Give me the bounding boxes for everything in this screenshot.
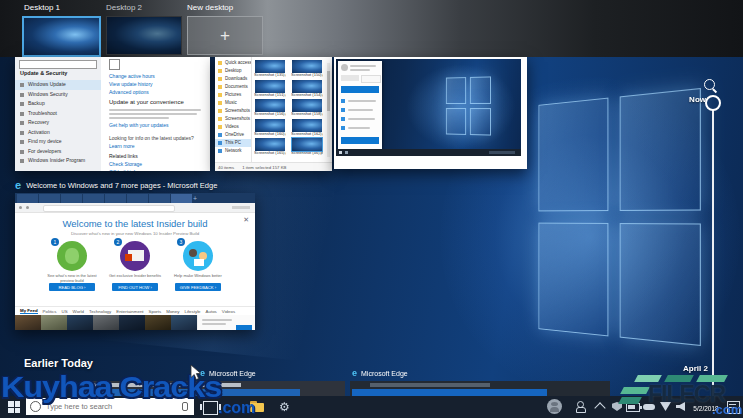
settings-search-box (19, 60, 97, 69)
feed-side-card (197, 315, 255, 330)
file-name: Screenshot (135).png (254, 73, 286, 78)
file-thumbnail (255, 60, 285, 73)
feed-nav-item: Videos (222, 309, 235, 314)
file-item: Screenshot (46).png (291, 138, 323, 156)
screenshot-flyout-panel (338, 61, 382, 149)
desktop-1-thumbnail[interactable] (22, 16, 101, 57)
explorer-scrollbar (327, 63, 330, 157)
desktop-1-label: Desktop 1 (24, 3, 60, 12)
file-thumbnail (292, 80, 322, 93)
feed-nav: My FeedPoliticsUSWorldTechnologyEntertai… (15, 307, 255, 315)
settings-learn-link: Learn more (109, 142, 135, 150)
settings-sidebar-item: Find my device (15, 137, 101, 147)
timeline-search-icon[interactable] (704, 79, 715, 90)
mouse-cursor (190, 364, 203, 381)
windows-logo (538, 88, 700, 346)
new-desktop-label: New desktop (187, 3, 233, 12)
file-thumbnail (292, 119, 322, 132)
file-item: Screenshot (154).png (291, 80, 323, 98)
feed-nav-item: Technology (89, 309, 111, 314)
feed-nav-item: Autos (206, 309, 217, 314)
timeline-now-label: Now (670, 95, 706, 104)
step2-illustration (120, 241, 150, 271)
timeline-date-label: April 2 (650, 364, 708, 373)
file-item: Screenshot (156).png (254, 99, 286, 117)
new-tab-icon: + (193, 194, 197, 203)
file-name: Screenshot (156).png (254, 112, 286, 117)
desktop-2-thumbnail[interactable] (106, 16, 182, 55)
filecr-logo-bar (620, 387, 650, 394)
screenshot-windows-logo (446, 76, 491, 135)
desktop-2-label: Desktop 2 (106, 3, 142, 12)
insider-subheading: Discover what's new in your new Windows … (15, 231, 255, 236)
file-item: Screenshot (151).png (254, 80, 286, 98)
file-item: Screenshot (135).png (254, 60, 286, 78)
settings-link: View update history (109, 80, 155, 88)
explorer-file-grid: Screenshot (135).png Screenshot (150).pn… (254, 60, 323, 156)
settings-gear-button[interactable]: ⚙ (279, 399, 290, 415)
file-item: Screenshot (162).png (291, 119, 323, 137)
file-name: Screenshot (158).png (291, 112, 323, 117)
back-icon (19, 206, 22, 209)
step2-button: FIND OUT HOW › (112, 283, 158, 291)
file-name: Screenshot (165).png (254, 151, 286, 156)
new-desktop-button[interactable]: + (187, 16, 263, 55)
file-thumbnail (292, 60, 322, 73)
edge-page-content: ✕ Welcome to the latest Insider build Di… (15, 213, 255, 306)
file-thumbnail (255, 138, 285, 151)
settings-sidebar-title: Update & Security (20, 70, 67, 76)
people-icon[interactable] (576, 401, 587, 411)
tray-account-avatar[interactable] (547, 399, 562, 414)
explorer-window-thumbnail[interactable]: Quick accessDesktopDownloadsDocumentsPic… (215, 57, 332, 171)
filecr-watermark: FILECR .com (618, 373, 743, 418)
step3-button: GIVE FEEDBACK › (175, 283, 221, 291)
plus-icon: + (220, 26, 230, 46)
step1-button: READ BLOG › (49, 283, 95, 291)
insider-heading: Welcome to the latest Insider build (15, 218, 255, 229)
screenshot-window-thumbnail[interactable] (334, 57, 527, 169)
earlier-card-2-title: Microsoft Edge (361, 370, 408, 377)
settings-related-link: OS build info (109, 168, 142, 171)
feed-nav-item: Entertainment (116, 309, 143, 314)
edge-address-bar (15, 203, 255, 213)
earlier-card-2[interactable]: e Microsoft Edge (350, 368, 610, 396)
earlier-today-header: Earlier Today (24, 357, 93, 369)
settings-link: Advanced options (109, 88, 155, 96)
kuyhaa-watermark: Kuyhaa Cracks (1, 370, 221, 404)
file-name: Screenshot (46).png (291, 151, 323, 156)
settings-window-thumbnail[interactable]: Update & Security Windows UpdateWindows … (15, 57, 210, 171)
file-name: Screenshot (151).png (254, 93, 286, 98)
tray-overflow-chevron-icon[interactable] (594, 402, 605, 413)
edge-window-thumbnail[interactable]: + ✕ Welcome to the latest Insider build … (15, 193, 255, 330)
settings-sidebar-item: Backup (15, 99, 101, 109)
settings-sidebar-item: Windows Update (15, 80, 101, 90)
feed-image-strip (15, 315, 255, 330)
settings-sidebar: Update & Security Windows UpdateWindows … (15, 57, 101, 171)
explorer-selection-info: 1 item selected 157 KB (242, 165, 286, 170)
settings-link: Change active hours (109, 72, 155, 80)
file-name: Screenshot (154).png (291, 93, 323, 98)
filecr-logo-bar (618, 397, 642, 404)
earlier-card-2-label: e Microsoft Edge (352, 368, 408, 378)
settings-sidebar-items: Windows UpdateWindows SecurityBackupTrou… (15, 80, 101, 166)
screenshot-taskbar (336, 149, 521, 156)
flyout-secondary-button (341, 137, 379, 144)
settings-sidebar-item: Activation (15, 128, 101, 138)
filecr-watermark-suffix: .com (712, 402, 742, 417)
file-item: Screenshot (158).png (291, 99, 323, 117)
settings-sidebar-item: Recovery (15, 118, 101, 128)
feed-nav-item: Sports (149, 309, 162, 314)
timeline-track[interactable] (712, 110, 714, 396)
feed-nav-item: Money (166, 309, 179, 314)
feed-nav-item: My Feed (20, 308, 38, 314)
timeline-now-marker[interactable] (705, 95, 721, 111)
file-name: Screenshot (160).png (254, 132, 286, 137)
edge-icon: e (352, 368, 357, 378)
settings-question: Looking for info on the latest updates? (109, 135, 194, 141)
settings-sidebar-item: Troubleshoot (15, 109, 101, 119)
step2-number: 2 (114, 238, 122, 246)
explorer-item-count: 40 items (218, 165, 234, 170)
step3-illustration (183, 241, 213, 271)
edge-news-feed: My FeedPoliticsUSWorldTechnologyEntertai… (15, 306, 255, 330)
explorer-scrollbar-thumb (327, 71, 330, 111)
